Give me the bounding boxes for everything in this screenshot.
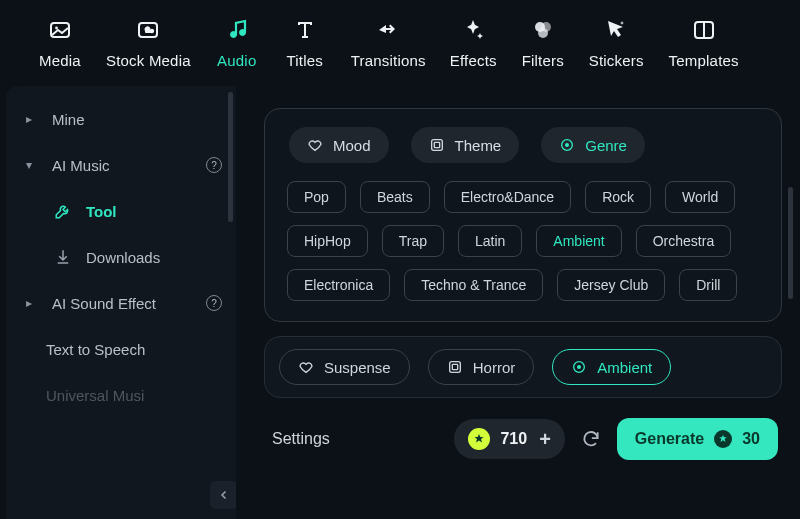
content-area: Mood Theme Genre Pop Beats [236,86,800,519]
card-scrollbar[interactable] [788,187,793,299]
sidebar-item-mine[interactable]: ▸ Mine [6,96,236,142]
selected-filters-row: Suspense Horror Ambient [264,336,782,398]
generate-label: Generate [635,430,704,448]
sidebar-item-tts[interactable]: Text to Speech [6,326,236,372]
tag-techno-trance[interactable]: Techno & Trance [404,269,543,301]
sidebar-label: AI Music [52,157,188,174]
tab-audio[interactable]: Audio [205,18,269,69]
frame-icon [429,137,445,153]
chevron-down-icon: ▾ [26,158,40,172]
filter-tab-mood[interactable]: Mood [289,127,389,163]
tag-jersey-club[interactable]: Jersey Club [557,269,665,301]
tag-trap[interactable]: Trap [382,225,444,257]
templates-icon [692,18,716,42]
download-icon [54,248,72,266]
sidebar-item-downloads[interactable]: Downloads [6,234,236,280]
generate-button[interactable]: Generate 30 [617,418,778,460]
tag-ambient[interactable]: Ambient [536,225,621,257]
generate-cost: 30 [742,430,760,448]
tab-effects[interactable]: Effects [440,18,507,69]
chip-ambient[interactable]: Ambient [552,349,671,385]
cloud-media-icon [136,18,160,42]
footer-row: Settings 710 + Generate 30 [264,410,782,460]
tag-label: Orchestra [653,233,714,249]
chip-horror[interactable]: Horror [428,349,535,385]
svg-rect-9 [434,142,439,147]
tab-stickers[interactable]: Stickers [579,18,654,69]
chip-label: Suspense [324,359,391,376]
text-icon [293,18,317,42]
tab-label: Titles [287,52,323,69]
tab-filters[interactable]: Filters [511,18,575,69]
tag-label: Beats [377,189,413,205]
tab-label: Effects [450,52,497,69]
sidebar-scrollbar[interactable] [228,92,233,222]
sparkle-icon [461,18,485,42]
tag-hiphop[interactable]: HipHop [287,225,368,257]
genre-card: Mood Theme Genre Pop Beats [264,108,782,322]
genre-tags: Pop Beats Electro&Dance Rock World HipHo… [283,181,763,301]
tab-label: Stock Media [106,52,191,69]
tab-media[interactable]: Media [28,18,92,69]
tab-transitions[interactable]: Transitions [341,18,436,69]
tag-label: Drill [696,277,720,293]
credits-value: 710 [500,430,527,448]
tab-titles[interactable]: Titles [273,18,337,69]
svg-point-1 [55,27,58,30]
tab-templates[interactable]: Templates [658,18,750,69]
svg-point-5 [538,28,548,38]
filters-icon [531,18,555,42]
disc-icon [559,137,575,153]
chip-suspense[interactable]: Suspense [279,349,410,385]
tag-label: Ambient [553,233,604,249]
tag-pop[interactable]: Pop [287,181,346,213]
help-icon[interactable]: ? [206,157,222,173]
tab-label: Transitions [351,52,426,69]
tag-label: World [682,189,718,205]
chevron-right-icon: ▸ [26,112,40,126]
tag-electro-dance[interactable]: Electro&Dance [444,181,571,213]
tag-beats[interactable]: Beats [360,181,430,213]
filter-label: Theme [455,137,502,154]
heart-icon [298,359,314,375]
tag-latin[interactable]: Latin [458,225,522,257]
sidebar-item-tool[interactable]: Tool [6,188,236,234]
help-icon[interactable]: ? [206,295,222,311]
coin-icon [468,428,490,450]
top-toolbar: Media Stock Media Audio Titles Transitio… [0,0,800,86]
tab-label: Stickers [589,52,644,69]
chip-label: Ambient [597,359,652,376]
disc-icon [571,359,587,375]
plus-icon: + [539,428,551,451]
tag-label: Trap [399,233,427,249]
tag-rock[interactable]: Rock [585,181,651,213]
filter-tab-theme[interactable]: Theme [411,127,520,163]
sidebar-label: Tool [86,203,222,220]
tag-world[interactable]: World [665,181,735,213]
tag-orchestra[interactable]: Orchestra [636,225,731,257]
sidebar-label: AI Sound Effect [52,295,188,312]
tag-drill[interactable]: Drill [679,269,737,301]
sidebar-label: Mine [52,111,222,128]
music-note-icon [225,18,249,42]
sidebar-item-universal-music[interactable]: Universal Musi [6,372,236,418]
tag-electronica[interactable]: Electronica [287,269,390,301]
tab-stock-media[interactable]: Stock Media [96,18,201,69]
media-icon [48,18,72,42]
sidebar-item-ai-music[interactable]: ▾ AI Music ? [6,142,236,188]
svg-point-15 [578,366,581,369]
tag-label: Rock [602,189,634,205]
sidebar-item-ai-sound-effect[interactable]: ▸ AI Sound Effect ? [6,280,236,326]
credits-button[interactable]: 710 + [454,419,564,459]
tab-label: Templates [669,52,739,69]
settings-button[interactable]: Settings [272,430,330,448]
refresh-button[interactable] [579,427,603,451]
transitions-icon [376,18,400,42]
filter-tab-genre[interactable]: Genre [541,127,645,163]
tab-label: Audio [217,52,256,69]
tab-label: Media [39,52,81,69]
tag-label: Latin [475,233,505,249]
svg-point-11 [566,144,569,147]
filter-label: Genre [585,137,627,154]
collapse-sidebar-button[interactable] [210,481,236,509]
